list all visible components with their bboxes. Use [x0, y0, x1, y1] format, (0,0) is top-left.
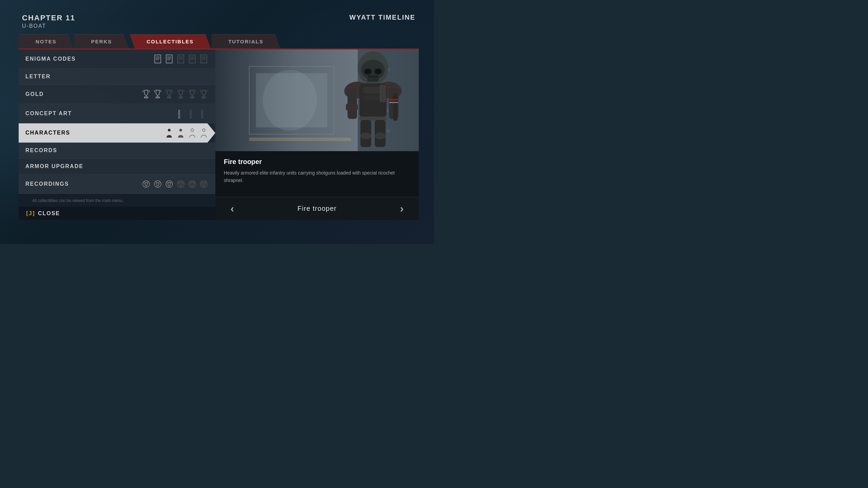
doc-icon-2	[164, 54, 174, 64]
svg-rect-25	[156, 97, 159, 98]
trophy-icon-2	[153, 89, 162, 99]
svg-rect-119	[389, 99, 398, 100]
svg-point-118	[375, 133, 386, 139]
sidebar-item-enigma-codes[interactable]: ENIGMA CODES	[19, 49, 215, 69]
character-detail-info: Fire trooper Heavily armored elite infan…	[215, 151, 419, 197]
svg-rect-21	[144, 97, 148, 98]
doc-icon-3	[176, 54, 185, 64]
tab-notes[interactable]: NOTES	[19, 34, 74, 48]
tab-collectibles[interactable]: COLLECTIBLES	[130, 34, 211, 48]
gold-icons	[141, 89, 209, 99]
nav-footer: ‹ Fire trooper ›	[215, 197, 419, 220]
svg-point-75	[201, 182, 203, 183]
svg-rect-100	[372, 76, 375, 77]
svg-point-97	[375, 69, 381, 74]
svg-point-76	[205, 182, 206, 183]
timeline-label: WYATT TIMELINE	[349, 14, 415, 21]
reel-icon-3	[164, 179, 174, 189]
brush-icon-3	[197, 107, 210, 120]
person-icon-3	[188, 128, 197, 138]
next-arrow[interactable]: ›	[395, 202, 409, 215]
svg-rect-41	[202, 97, 205, 98]
sidebar: ENIGMA CODES	[19, 48, 215, 220]
svg-point-51	[147, 182, 149, 183]
svg-point-96	[365, 69, 371, 74]
reel-icon-1	[141, 179, 151, 189]
svg-rect-29	[167, 97, 171, 98]
trophy-icon-4	[176, 89, 185, 99]
trophy-icon-3	[164, 89, 174, 99]
detail-panel: Fire trooper Heavily armored elite infan…	[215, 48, 419, 220]
reel-icon-6	[199, 179, 209, 189]
svg-rect-106	[364, 95, 381, 100]
doc-icon-1	[153, 54, 162, 64]
svg-point-72	[192, 186, 193, 187]
svg-point-61	[170, 182, 172, 183]
svg-point-77	[203, 186, 205, 187]
svg-point-117	[360, 133, 371, 139]
svg-rect-8	[178, 55, 184, 63]
svg-point-46	[191, 129, 194, 131]
svg-rect-110	[346, 104, 358, 110]
brush-icon-2	[186, 107, 199, 120]
svg-point-44	[168, 129, 171, 131]
svg-rect-37	[191, 97, 194, 98]
person-icon-1	[164, 128, 174, 138]
reel-icon-4	[176, 179, 185, 189]
svg-point-50	[144, 182, 145, 183]
svg-point-47	[202, 129, 205, 131]
sidebar-item-records[interactable]: RECORDS	[19, 143, 215, 159]
svg-rect-33	[179, 97, 182, 98]
svg-point-45	[179, 129, 182, 131]
svg-rect-16	[201, 55, 207, 63]
sidebar-item-characters[interactable]: CHARACTERS	[19, 123, 215, 143]
tab-bar: NOTES PERKS COLLECTIBLES TUTORIALS	[19, 34, 419, 48]
prev-arrow[interactable]: ‹	[225, 202, 239, 215]
svg-point-71	[193, 182, 195, 183]
sidebar-item-gold[interactable]: GOLD	[19, 85, 215, 104]
svg-rect-0	[155, 55, 161, 63]
svg-point-69	[191, 183, 194, 185]
reel-icon-5	[188, 179, 197, 189]
svg-point-66	[182, 182, 183, 183]
sidebar-item-concept-art[interactable]: CONCEPT ART	[19, 104, 215, 123]
sidebar-hint: All collectibles can be viewed from the …	[25, 197, 130, 203]
svg-point-74	[202, 183, 205, 185]
svg-point-70	[190, 182, 192, 183]
sidebar-item-letter[interactable]: LETTER	[19, 69, 215, 85]
svg-point-57	[157, 186, 159, 187]
sidebar-item-recordings[interactable]: RECORDINGS	[19, 175, 215, 194]
svg-rect-120	[389, 102, 398, 103]
svg-point-64	[179, 183, 182, 185]
doc-icon-5	[199, 54, 209, 64]
character-image	[215, 49, 419, 151]
svg-rect-101	[375, 76, 378, 77]
svg-point-59	[168, 183, 171, 185]
svg-point-49	[145, 183, 147, 185]
trophy-icon-6	[199, 89, 209, 99]
doc-icon-4	[188, 54, 197, 64]
tab-tutorials[interactable]: TUTORIALS	[211, 34, 280, 48]
content-area: ENIGMA CODES	[19, 48, 419, 220]
svg-rect-12	[189, 55, 195, 63]
svg-rect-99	[369, 76, 371, 77]
svg-rect-4	[166, 55, 172, 63]
person-icon-4	[199, 128, 209, 138]
characters-icons	[164, 128, 209, 138]
character-name: Fire trooper	[224, 158, 410, 166]
recordings-icons	[141, 179, 209, 189]
tab-perks[interactable]: PERKS	[74, 34, 129, 48]
svg-point-56	[159, 182, 160, 183]
chapter-info: CHAPTER 11 U-BOAT	[22, 14, 75, 29]
trophy-icon-5	[188, 89, 197, 99]
svg-point-67	[180, 186, 182, 187]
svg-point-55	[155, 182, 157, 183]
trophy-icon-1	[141, 89, 151, 99]
svg-point-54	[156, 183, 159, 185]
chapter-location: U-BOAT	[22, 23, 75, 29]
brush-icon-1	[174, 107, 187, 120]
svg-point-82	[263, 70, 317, 131]
close-button[interactable]: [J] CLOSE	[19, 207, 215, 220]
sidebar-item-armor-upgrade[interactable]: ARMOR UPGRADE	[19, 159, 215, 175]
svg-point-62	[169, 186, 170, 187]
